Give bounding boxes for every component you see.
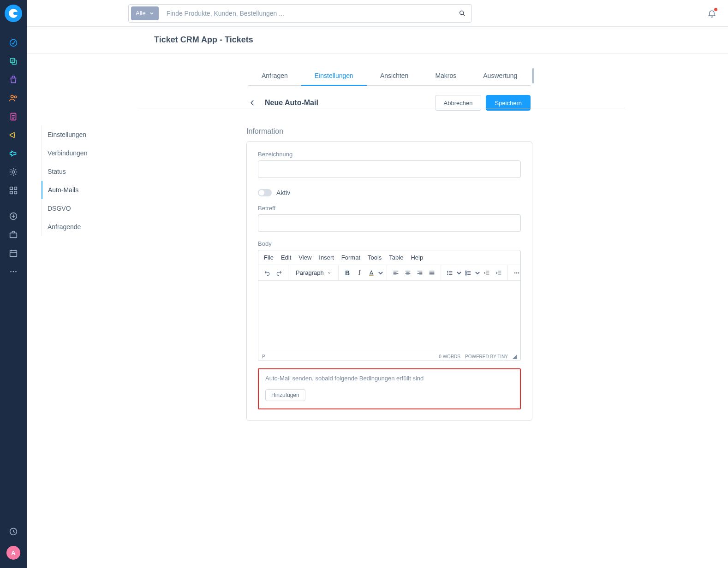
invoice-icon[interactable] [8, 112, 18, 122]
avatar[interactable]: A [6, 546, 20, 560]
submenu-item-verbindungen[interactable]: Verbindungen [42, 144, 134, 162]
align-right-button[interactable] [414, 267, 426, 279]
svg-point-4 [14, 96, 17, 98]
submenu-item-anfragende[interactable]: Anfragende [42, 218, 134, 236]
svg-text:3: 3 [465, 273, 467, 275]
svg-rect-12 [10, 233, 17, 237]
toggle-aktiv[interactable] [258, 189, 272, 196]
logo[interactable] [5, 5, 22, 22]
conditions-title: Auto-Mail senden, sobald folgende Beding… [265, 375, 513, 382]
tab-ansichten[interactable]: Ansichten [367, 66, 422, 85]
align-center-button[interactable] [402, 267, 414, 279]
numbers-button[interactable]: 123 [462, 267, 474, 279]
tab-makros[interactable]: Makros [422, 66, 470, 85]
menu-edit[interactable]: Edit [281, 254, 291, 261]
menu-table[interactable]: Table [389, 254, 403, 261]
chevron-down-icon [328, 271, 331, 275]
editor-toolbar: Paragraph B I [258, 265, 520, 281]
menu-help[interactable]: Help [411, 254, 423, 261]
search-button[interactable] [453, 10, 471, 17]
label-body: Body [258, 240, 521, 247]
menu-insert[interactable]: Insert [319, 254, 334, 261]
search-filter[interactable]: Alle [131, 6, 159, 20]
svg-point-14 [10, 271, 12, 272]
svg-point-28 [518, 272, 519, 273]
label-bezeichnung: Bezeichnung [258, 151, 521, 158]
textcolor-dropdown[interactable] [377, 267, 384, 279]
tabs-scroll-indicator[interactable] [532, 68, 534, 83]
align-justify-button[interactable] [426, 267, 438, 279]
editor-powered: POWERED BY TINY [465, 354, 508, 359]
submenu-item-einstellungen[interactable]: Einstellungen [42, 125, 134, 144]
redo-button[interactable] [273, 267, 285, 279]
input-bezeichnung[interactable] [258, 160, 521, 178]
more-icon[interactable] [8, 266, 18, 277]
chevron-down-icon [149, 11, 154, 16]
undo-button[interactable] [261, 267, 273, 279]
svg-point-26 [514, 272, 515, 273]
search-icon [459, 10, 466, 17]
notification-bell[interactable] [707, 8, 717, 18]
editor-wordcount: 0 WORDS [439, 354, 460, 359]
marketing-icon[interactable] [8, 130, 18, 140]
settings-icon[interactable] [8, 167, 18, 177]
svg-rect-19 [370, 275, 373, 276]
information-card: Bezeichnung Aktiv Betreff Body [246, 141, 532, 421]
menu-file[interactable]: File [264, 254, 274, 261]
format-select[interactable]: Paragraph [291, 267, 335, 279]
users-icon[interactable] [8, 93, 18, 103]
label-aktiv: Aktiv [276, 189, 290, 196]
calendar-icon[interactable] [8, 248, 18, 258]
search-input[interactable] [161, 5, 453, 22]
back-button[interactable] [248, 99, 257, 107]
svg-point-15 [13, 271, 14, 272]
menu-view[interactable]: View [298, 254, 311, 261]
add-condition-button[interactable]: Hinzufügen [265, 389, 305, 401]
settings-submenu: Einstellungen Verbindungen Status Auto-M… [42, 125, 134, 236]
bullets-dropdown[interactable] [456, 267, 462, 279]
add-icon[interactable] [8, 211, 18, 221]
tab-einstellungen[interactable]: Einstellungen [301, 66, 367, 86]
editor-resize-grip[interactable]: ◢ [513, 353, 517, 360]
svg-rect-13 [10, 251, 17, 257]
dashboard-icon[interactable] [8, 38, 18, 48]
align-left-button[interactable] [390, 267, 402, 279]
apps-icon[interactable] [8, 185, 18, 195]
bold-button[interactable]: B [341, 267, 353, 279]
editor-path: P [262, 354, 265, 359]
page-title: Ticket CRM App - Tickets [27, 27, 728, 53]
bullets-button[interactable] [444, 267, 456, 279]
shop-icon[interactable] [8, 75, 18, 85]
svg-point-21 [448, 272, 448, 273]
toolbar-more-button[interactable] [511, 267, 521, 279]
svg-point-3 [11, 95, 14, 98]
tab-anfragen[interactable]: Anfragen [248, 66, 301, 85]
svg-rect-8 [14, 187, 17, 190]
activity-icon[interactable] [8, 527, 18, 537]
briefcase-icon[interactable] [8, 230, 18, 240]
numbers-dropdown[interactable] [474, 267, 481, 279]
editor-canvas[interactable] [258, 281, 520, 352]
submenu-item-dsgvo[interactable]: DSGVO [42, 199, 134, 218]
global-search: Alle [128, 4, 472, 23]
svg-point-20 [448, 271, 448, 272]
submenu-item-status[interactable]: Status [42, 162, 134, 181]
menu-tools[interactable]: Tools [368, 254, 382, 261]
svg-point-0 [10, 40, 17, 47]
outdent-button[interactable] [481, 267, 493, 279]
search-filter-label: Alle [136, 10, 146, 17]
italic-button[interactable]: I [353, 267, 365, 279]
svg-rect-7 [10, 187, 13, 190]
svg-point-16 [15, 271, 17, 272]
editor-statusbar: P 0 WORDS POWERED BY TINY ◢ [258, 352, 520, 361]
textcolor-button[interactable] [365, 267, 377, 279]
input-betreff[interactable] [258, 214, 521, 232]
global-icon-sidebar: A [0, 0, 27, 568]
submenu-item-automails[interactable]: Auto-Mails [42, 181, 134, 199]
indent-button[interactable] [493, 267, 505, 279]
plugin-icon[interactable] [8, 148, 18, 159]
tab-auswertung[interactable]: Auswertung [470, 66, 531, 85]
copy-icon[interactable] [8, 56, 18, 66]
bell-icon [707, 9, 716, 18]
menu-format[interactable]: Format [341, 254, 360, 261]
